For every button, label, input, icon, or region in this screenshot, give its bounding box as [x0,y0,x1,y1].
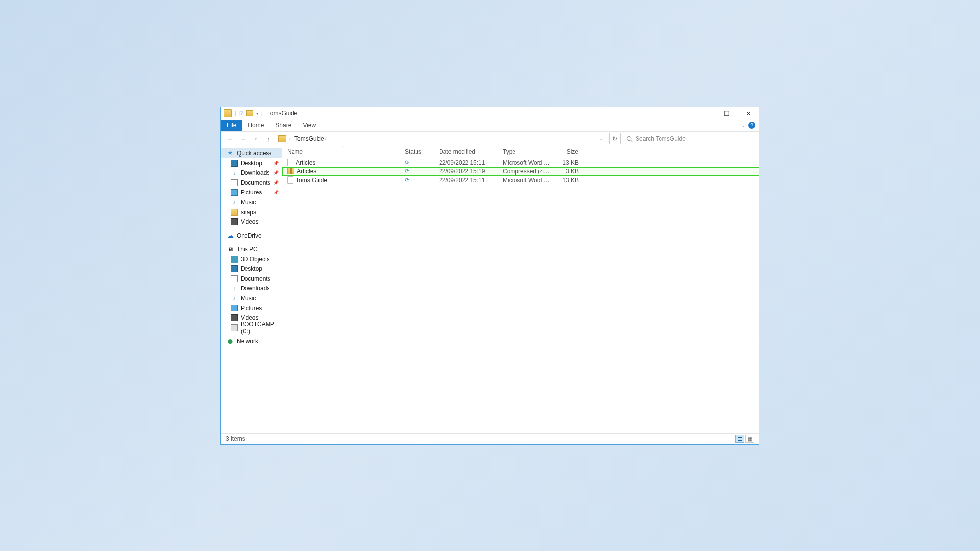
cloud-icon [227,232,234,239]
refresh-button[interactable]: ↻ [609,133,621,144]
view-details-button[interactable]: ☰ [735,435,744,443]
sidebar-item[interactable]: Desktop 📌 [221,158,282,168]
view-large-icons-button[interactable]: ▦ [745,435,754,443]
address-dropdown-icon[interactable]: ⌄ [597,136,605,141]
pin-icon: 📌 [273,180,279,185]
recent-dropdown-icon[interactable]: ▾ [250,133,261,144]
sidebar-item-label: Documents [241,179,270,186]
help-icon[interactable]: ? [748,122,755,129]
file-date: 22/09/2022 15:11 [434,159,498,166]
breadcrumb[interactable]: TomsGuide › [294,135,328,142]
file-list-area: Name ⌃ Status Date modified Type Size Ar… [282,146,759,433]
sidebar-item-this-pc[interactable]: This PC [221,244,282,254]
forward-button[interactable]: → [238,133,248,144]
qat-dropdown-icon[interactable]: ▾ [256,111,258,116]
music-icon [231,199,238,206]
back-button[interactable]: ← [225,133,236,144]
sidebar-item-label: Desktop [241,160,262,167]
sidebar-item[interactable]: Documents [221,274,282,284]
file-name: Toms Guide [296,177,327,184]
pc-icon [227,246,234,253]
sidebar-item[interactable]: Documents 📌 [221,178,282,188]
dl-icon [231,169,238,176]
doc-icon [231,275,238,282]
tab-share[interactable]: Share [270,120,297,131]
sidebar-item-network[interactable]: Network [221,336,282,346]
status-bar: 3 items ☰ ▦ [221,433,759,444]
sidebar-item-quick-access[interactable]: ★ Quick access [221,148,282,158]
minimize-button[interactable]: — [694,107,716,120]
file-name: Articles [297,168,316,175]
pic-icon [231,305,238,311]
dl-icon [231,285,238,292]
sync-icon: ⟳ [405,168,409,174]
sidebar-item[interactable]: Desktop [221,264,282,274]
tab-view[interactable]: View [297,120,321,131]
maximize-button[interactable]: ☐ [716,107,737,120]
sidebar-item[interactable]: Downloads [221,284,282,293]
file-row[interactable]: Articles ⟳ 22/09/2022 15:11 Microsoft Wo… [282,158,759,167]
sidebar-item[interactable]: snaps [221,207,282,217]
up-button[interactable]: ↑ [263,133,274,144]
window-title: TomsGuide [268,110,297,117]
column-header-status[interactable]: Status [400,146,434,158]
folder-icon [278,135,286,142]
separator: | [235,110,236,116]
file-size: 13 KB [552,159,584,166]
column-header-date[interactable]: Date modified [434,146,498,158]
sidebar-item[interactable]: Music [221,197,282,207]
file-name: Articles [296,159,315,166]
sidebar-item-label: Videos [241,314,258,321]
sidebar-item-onedrive[interactable]: OneDrive [221,231,282,240]
file-type: Compressed (zipped)... [498,168,552,175]
sort-indicator-icon: ⌃ [341,146,344,150]
network-icon [227,338,234,345]
search-input[interactable]: Search TomsGuide [623,133,755,144]
doc-icon [231,179,238,186]
address-bar[interactable]: › TomsGuide › ⌄ [276,133,607,144]
breadcrumb-sep[interactable]: › [288,136,292,141]
qat-newfolder-icon[interactable] [246,110,253,116]
sidebar-item[interactable]: Pictures [221,303,282,313]
sidebar-item[interactable]: Pictures 📌 [221,188,282,197]
column-header-name[interactable]: Name ⌃ [282,146,400,158]
vid-icon [231,218,238,225]
folder-icon [231,209,238,216]
ribbon: File Home Share View ⌄ ? [221,120,759,132]
sidebar-item-label: Downloads [241,285,270,292]
column-header-type[interactable]: Type [498,146,552,158]
navigation-pane: ★ Quick access Desktop 📌 Downloads 📌 Doc… [221,146,282,433]
sidebar-item-label: Desktop [241,265,262,272]
file-type: Microsoft Word 97-2... [498,159,552,166]
sidebar-item-label: 3D Objects [241,256,270,263]
sync-icon: ⟳ [405,177,409,183]
sidebar-item[interactable]: Music [221,293,282,303]
separator: | [261,110,263,116]
close-button[interactable]: ✕ [737,107,759,120]
3d-icon [231,256,238,263]
tab-file[interactable]: File [221,120,242,131]
titlebar: | ☑ ▾ | TomsGuide — ☐ ✕ [221,107,759,120]
column-header-size[interactable]: Size [552,146,584,158]
sidebar-item[interactable]: BOOTCAMP (C:) [221,323,282,333]
search-icon [626,136,633,142]
sidebar-item-label: Pictures [241,305,262,311]
sidebar-item-label: BOOTCAMP (C:) [241,321,279,335]
sidebar-item[interactable]: 3D Objects [221,254,282,264]
sidebar-item[interactable]: Downloads 📌 [221,168,282,178]
file-row[interactable]: Toms Guide ⟳ 22/09/2022 15:11 Microsoft … [282,176,759,185]
file-size: 13 KB [552,177,584,184]
tab-home[interactable]: Home [242,120,270,131]
qat-properties-icon[interactable]: ☑ [239,111,244,116]
vid-icon [231,314,238,321]
star-icon: ★ [227,150,234,157]
sidebar-item[interactable]: Videos [221,217,282,227]
file-row[interactable]: Articles ⟳ 22/09/2022 15:19 Compressed (… [282,167,759,176]
file-date: 22/09/2022 15:11 [434,177,498,184]
doc-file-icon [287,159,293,166]
music-icon [231,295,238,302]
sidebar-item-label: Videos [241,218,258,225]
sidebar-item-label: Downloads [241,169,270,176]
ribbon-expand-icon[interactable]: ⌄ [741,123,745,128]
folder-icon [224,109,232,117]
